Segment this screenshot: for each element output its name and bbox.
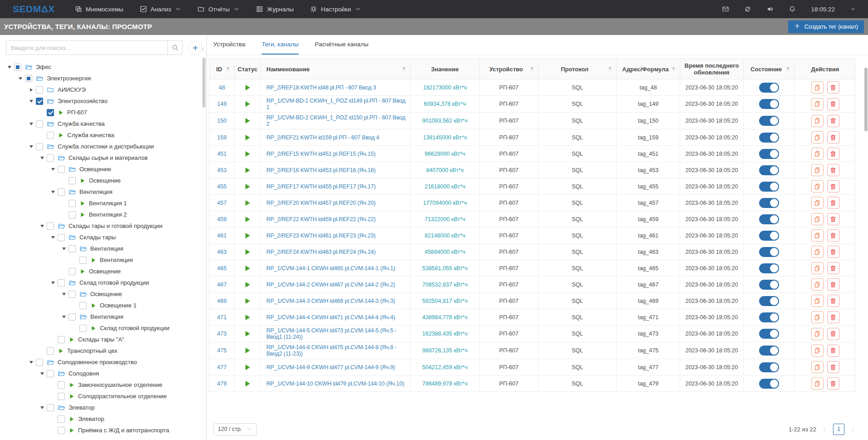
cell-name[interactable]: RP_1/CVM-144-4 CKWH id471 pl.CVM-144-4 (… — [260, 309, 410, 325]
copy-tag-button[interactable] — [811, 213, 824, 225]
tree-expand-arrow-icon[interactable] — [28, 145, 34, 148]
state-toggle[interactable] — [759, 83, 779, 93]
tree-checkbox[interactable] — [47, 347, 54, 355]
cell-id[interactable]: 469 — [210, 293, 234, 309]
visibility-off-icon[interactable] — [744, 5, 751, 13]
tree-node-label[interactable]: Освещение 1 — [100, 302, 137, 309]
tree-node-label[interactable]: Склады сырья и материалов — [69, 154, 147, 161]
tree-expand-arrow-icon[interactable] — [60, 316, 67, 318]
cell-id[interactable]: 451 — [210, 146, 234, 162]
delete-tag-button[interactable] — [827, 278, 839, 291]
filter-funnel-icon[interactable] — [401, 66, 407, 72]
tree-node-label[interactable]: Электрохозяйство — [58, 98, 108, 104]
delete-tag-button[interactable] — [827, 213, 839, 225]
tree-checkbox[interactable] — [69, 313, 76, 321]
tree-expand-arrow-icon[interactable] — [28, 88, 34, 92]
copy-tag-button[interactable] — [811, 262, 824, 274]
state-toggle[interactable] — [759, 247, 779, 257]
copy-tag-button[interactable] — [811, 361, 824, 373]
delete-tag-button[interactable] — [827, 197, 839, 209]
copy-tag-button[interactable] — [811, 328, 824, 340]
tree-checkbox[interactable] — [69, 268, 76, 275]
tree-checkbox[interactable] — [69, 177, 76, 184]
copy-tag-button[interactable] — [811, 229, 824, 242]
cell-id[interactable]: 465 — [210, 260, 234, 276]
state-toggle[interactable] — [759, 182, 779, 192]
menu-item-analysis[interactable]: Анализ — [140, 5, 181, 13]
tree-node-label[interactable]: Освещение — [89, 177, 121, 184]
state-toggle[interactable] — [759, 231, 779, 241]
tree-node-label[interactable]: Солодовня — [69, 370, 99, 377]
cell-name[interactable]: RP_1/CVM-144-3 CKWH id469 pl.CVM-144-3 (… — [260, 293, 410, 309]
delete-tag-button[interactable] — [827, 98, 839, 110]
state-toggle[interactable] — [759, 296, 779, 306]
tree-checkbox[interactable] — [36, 86, 43, 94]
tree-checkbox[interactable] — [58, 188, 65, 196]
state-toggle[interactable] — [759, 198, 779, 208]
user-chevron-down-icon[interactable] — [850, 6, 856, 12]
tree-expand-arrow-icon[interactable] — [6, 66, 13, 69]
tree-checkbox[interactable] — [69, 200, 76, 207]
tree-expand-arrow-icon[interactable] — [39, 157, 45, 159]
state-toggle[interactable] — [759, 280, 779, 290]
tree-expand-arrow-icon[interactable] — [49, 282, 56, 284]
filter-funnel-icon[interactable] — [671, 66, 677, 72]
tree-checkbox[interactable] — [69, 291, 76, 298]
cell-name[interactable]: RP_2/REF21 KWTH id159 pl.РП - 607 Ввод 4 — [260, 129, 410, 145]
tree-checkbox[interactable] — [58, 427, 65, 434]
cell-name[interactable]: RP_1/CVM-144-1 CKWH id465 pl.CVM-144-1 (… — [260, 260, 410, 276]
state-toggle[interactable] — [759, 263, 779, 273]
tree-checkbox[interactable] — [69, 211, 76, 218]
prev-page-icon[interactable] — [822, 426, 828, 432]
cell-name[interactable]: RP_2/REF17 KWTH id455 pl.REF17 (Яч.17) — [260, 178, 410, 194]
tree-node-label[interactable]: РП-607 — [67, 109, 87, 116]
tree-node-label[interactable]: Склады тары — [79, 234, 116, 241]
tree-checkbox[interactable] — [47, 370, 54, 377]
filter-funnel-icon[interactable] — [607, 66, 613, 72]
menu-item-journals[interactable]: Журналы — [256, 5, 294, 13]
tree-node-label[interactable]: Электроэнергия — [47, 75, 91, 82]
tree-node-label[interactable]: Служба качества — [58, 120, 105, 127]
tree-expand-arrow-icon[interactable] — [28, 100, 34, 103]
filter-funnel-icon[interactable] — [785, 66, 791, 72]
tree-expand-arrow-icon[interactable] — [17, 77, 24, 80]
sidebar-scrollbar[interactable] — [202, 58, 206, 108]
delete-tag-button[interactable] — [827, 361, 839, 373]
cell-id[interactable]: 463 — [210, 244, 234, 260]
cell-name[interactable]: RP_1/CVM-BD-1 CKWH_1_POZ id149 pl.РП - 6… — [260, 96, 410, 112]
cell-id[interactable]: 471 — [210, 309, 234, 325]
tree-checkbox[interactable] — [47, 109, 54, 116]
delete-tag-button[interactable] — [827, 131, 839, 143]
tree-node-label[interactable]: Служба логистики и дистрибьюции — [58, 143, 154, 150]
cell-name[interactable]: RP_1/CVM-144-9 CKWH id477 pl.CVM-144-9 (… — [260, 359, 410, 375]
tree-expand-arrow-icon[interactable] — [39, 225, 45, 227]
tree-checkbox[interactable] — [58, 336, 65, 343]
cell-id[interactable]: 48 — [210, 79, 234, 95]
delete-tag-button[interactable] — [827, 311, 839, 323]
tree-expand-arrow-icon[interactable] — [28, 123, 34, 125]
delete-tag-button[interactable] — [827, 164, 839, 176]
cell-id[interactable]: 477 — [210, 359, 234, 375]
tree-node-label[interactable]: Служба качества — [67, 132, 114, 138]
tree-expand-arrow-icon[interactable] — [49, 191, 56, 193]
tree-expand-arrow-icon[interactable] — [49, 236, 56, 239]
delete-tag-button[interactable] — [827, 148, 839, 160]
cell-id[interactable]: 459 — [210, 211, 234, 227]
delete-tag-button[interactable] — [827, 246, 839, 258]
tree-node-label[interactable]: Освещение — [90, 291, 122, 297]
tab-устройства[interactable]: Устройства — [213, 35, 245, 54]
cell-id[interactable]: 159 — [210, 129, 234, 145]
delete-tag-button[interactable] — [827, 115, 839, 127]
tree-checkbox[interactable] — [58, 415, 65, 423]
tree-checkbox[interactable] — [36, 359, 43, 366]
tree-checkbox[interactable] — [79, 302, 87, 309]
tree-checkbox[interactable] — [58, 393, 65, 400]
state-toggle[interactable] — [759, 116, 779, 126]
copy-tag-button[interactable] — [811, 377, 824, 390]
cell-id[interactable]: 473 — [210, 326, 234, 342]
filter-funnel-icon[interactable] — [529, 66, 535, 72]
tree-checkbox[interactable] — [47, 132, 54, 139]
cell-name[interactable]: RP_2/REF23 KWTH id461 pl.REF23 (Яч.23) — [260, 227, 410, 243]
tab-теги-каналы[interactable]: Теги, каналы — [262, 35, 299, 54]
sound-icon[interactable] — [766, 5, 774, 13]
